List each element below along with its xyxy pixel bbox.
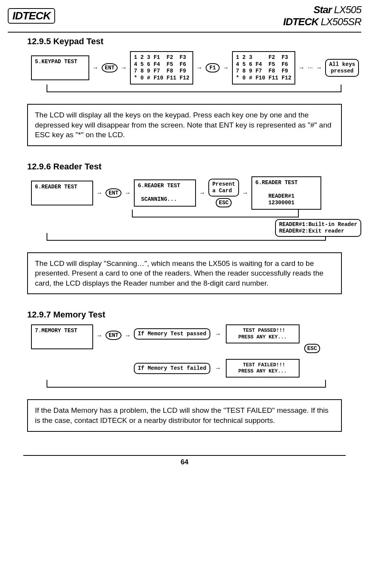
lcd-reader-result: 6.READER TEST READER#1 12300001 bbox=[251, 176, 321, 210]
header-divider bbox=[8, 32, 361, 33]
lcd-memory-fail: TEST FAILED!!! PRESS ANY KEY... bbox=[226, 359, 300, 378]
arrow-icon: → bbox=[95, 332, 103, 339]
continuation-dots: ··· bbox=[308, 64, 313, 71]
arrow-icon: → bbox=[222, 64, 230, 71]
flow-return-line bbox=[132, 210, 299, 217]
footer-divider bbox=[23, 455, 346, 456]
note-reader: The LCD will display "Scanning…", which … bbox=[27, 252, 342, 295]
lcd-keypad-full: 1 2 3 F1 F2 F3 4 5 6 F4 F5 F6 7 8 9 F7 F… bbox=[130, 51, 193, 84]
section-title-reader: 12.9.6 Reader Test bbox=[27, 162, 361, 172]
arrow-icon: → bbox=[124, 190, 132, 197]
arrow-icon: → bbox=[196, 64, 203, 71]
arrow-icon: → bbox=[214, 331, 222, 338]
lcd-memory-pass: TEST PASSED!!! PRESS ANY KEY... bbox=[226, 324, 300, 343]
logo-right-model1: LX505 bbox=[332, 4, 361, 16]
page-header: IDTECK Star LX505 IDTECK LX505SR bbox=[8, 4, 361, 30]
ent-key: ENT bbox=[106, 188, 121, 198]
arrow-icon: → bbox=[95, 190, 103, 197]
diagram-reader: 6.READER TEST → ENT → 6.READER TEST SCAN… bbox=[31, 176, 361, 241]
note-keypad: The LCD will display all the keys on the… bbox=[27, 104, 342, 146]
logo-right: Star LX505 IDTECK LX505SR bbox=[283, 4, 361, 28]
esc-key: ESC bbox=[304, 344, 320, 353]
arrow-icon: → bbox=[92, 64, 99, 71]
logo-right-model2: LX505SR bbox=[318, 16, 361, 28]
pill-all-keys-pressed: All keys pressed bbox=[325, 59, 359, 77]
arrow-icon: → bbox=[241, 190, 249, 197]
section-title-keypad: 12.9.5 Keypad Test bbox=[27, 36, 361, 47]
arrow-icon: → bbox=[298, 64, 305, 71]
logo-left: IDTECK bbox=[8, 8, 55, 24]
diagram-keypad: 5.KEYPAD TEST → ENT → 1 2 3 F1 F2 F3 4 5… bbox=[31, 51, 361, 92]
section-title-memory: 12.9.7 Memory Test bbox=[27, 310, 361, 320]
logo-right-star: Star bbox=[314, 4, 332, 16]
page-number: 64 bbox=[8, 458, 361, 466]
flow-return-line bbox=[47, 84, 341, 92]
flow-return-line bbox=[47, 380, 326, 388]
arrow-icon: → bbox=[124, 332, 132, 339]
lcd-keypad-after: 1 2 3 F2 F3 4 5 6 F4 F5 F6 7 8 9 F7 F8 F… bbox=[232, 51, 295, 84]
lcd-keypad-menu: 5.KEYPAD TEST bbox=[31, 55, 89, 80]
lcd-memory-menu: 7.MEMORY TEST bbox=[31, 324, 93, 349]
lcd-reader-scanning: 6.READER TEST SCANNING... bbox=[134, 179, 196, 207]
lcd-reader-menu: 6.READER TEST bbox=[31, 181, 93, 205]
pill-present-card: Present a Card bbox=[208, 179, 239, 197]
diagram-memory: 7.MEMORY TEST → ENT → If Memory Test pas… bbox=[31, 324, 361, 388]
ent-key: ENT bbox=[106, 331, 121, 340]
esc-key: ESC bbox=[216, 198, 232, 207]
arrow-icon: → bbox=[198, 190, 206, 197]
note-memory: If the Data Memory has a problem, the LC… bbox=[27, 399, 342, 431]
pill-reader-map: READER#1:Built-in Reader READER#2:Exit r… bbox=[275, 219, 361, 237]
ent-key: ENT bbox=[102, 63, 118, 72]
f1-key: F1 bbox=[206, 63, 220, 72]
arrow-icon: → bbox=[315, 64, 323, 71]
pill-memory-fail-cond: If Memory Test failed bbox=[134, 363, 210, 374]
logo-right-brand: IDTECK bbox=[283, 16, 319, 28]
pill-memory-pass-cond: If Memory Test passed bbox=[134, 328, 210, 340]
arrow-icon: → bbox=[120, 64, 128, 71]
arrow-icon: → bbox=[214, 365, 222, 372]
